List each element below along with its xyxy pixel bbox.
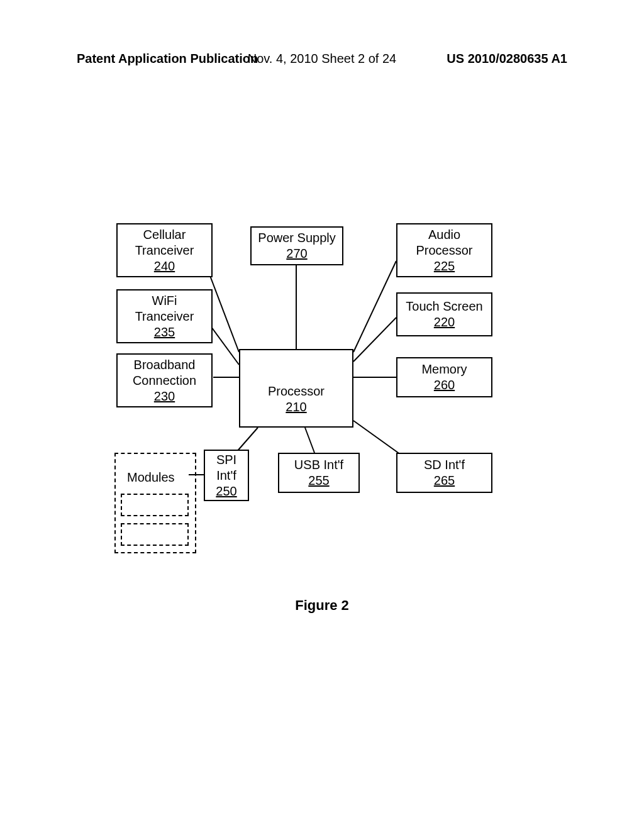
power-label: Power Supply <box>258 230 335 246</box>
broadband-label-1: Broadband <box>134 357 196 373</box>
memory-block: Memory 260 <box>396 357 492 397</box>
svg-line-9 <box>353 421 402 456</box>
cellular-transceiver-block: Cellular Tranceiver 240 <box>116 223 213 277</box>
svg-line-8 <box>305 428 314 453</box>
modules-label: Modules <box>127 470 175 485</box>
usb-label: USB Int'f <box>294 457 343 473</box>
usb-ref: 255 <box>308 473 329 489</box>
sd-label: SD Int'f <box>424 457 465 473</box>
broadband-label-2: Connection <box>133 373 196 389</box>
wifi-transceiver-block: WiFi Tranceiver 235 <box>116 289 213 343</box>
power-supply-block: Power Supply 270 <box>250 226 343 265</box>
sd-interface-block: SD Int'f 265 <box>396 453 492 493</box>
processor-block: Processor 210 <box>239 349 353 428</box>
sd-ref: 265 <box>434 473 455 489</box>
touchscreen-ref: 220 <box>434 314 455 330</box>
wifi-label-2: Tranceiver <box>135 309 194 324</box>
cellular-ref: 240 <box>154 258 175 274</box>
audio-processor-block: Audio Processor 225 <box>396 223 492 277</box>
audio-label-1: Audio <box>428 227 460 243</box>
memory-label: Memory <box>421 362 467 377</box>
wifi-ref: 235 <box>154 324 175 340</box>
processor-label: Processor <box>268 384 325 399</box>
modules-slot-2 <box>121 523 189 546</box>
touch-screen-block: Touch Screen 220 <box>396 292 492 336</box>
spi-interface-block: SPI Int'f 250 <box>204 450 249 501</box>
usb-interface-block: USB Int'f 255 <box>278 453 360 493</box>
figure-caption: Figure 2 <box>295 597 349 614</box>
spi-ref: 250 <box>216 484 236 499</box>
broadband-connection-block: Broadband Connection 230 <box>116 353 213 407</box>
spi-label-1: SPI <box>216 452 236 468</box>
audio-label-2: Processor <box>416 243 472 258</box>
svg-line-4 <box>353 261 396 352</box>
wifi-label-1: WiFi <box>152 293 177 309</box>
svg-line-7 <box>236 428 258 453</box>
power-ref: 270 <box>286 246 307 262</box>
memory-ref: 260 <box>434 377 455 393</box>
audio-ref: 225 <box>434 258 455 274</box>
modules-slot-1 <box>121 494 189 516</box>
cellular-label-2: Tranceiver <box>135 243 194 258</box>
touchscreen-label: Touch Screen <box>406 299 482 314</box>
cellular-label-1: Cellular <box>143 227 186 243</box>
spi-label-2: Int'f <box>216 468 236 484</box>
processor-ref: 210 <box>286 399 306 415</box>
broadband-ref: 230 <box>154 389 175 404</box>
